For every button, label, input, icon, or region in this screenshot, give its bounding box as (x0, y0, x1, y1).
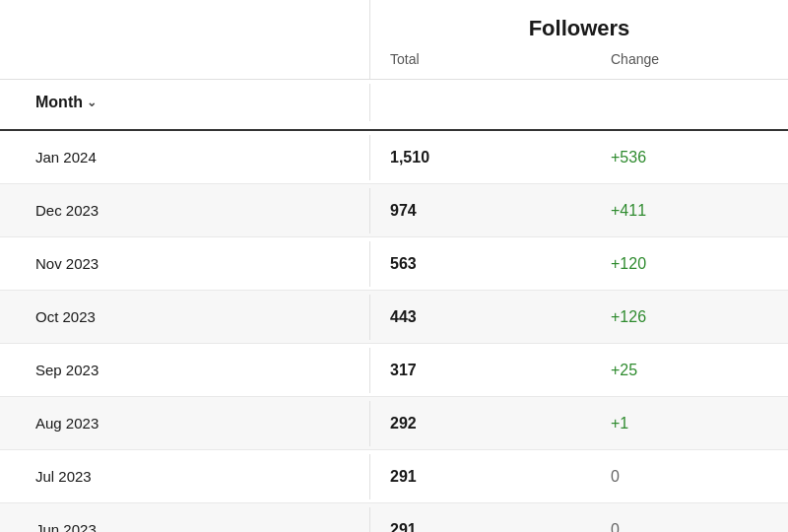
total-cell: 974 (369, 188, 591, 233)
section-header: Followers Total Change (0, 0, 788, 80)
change-cell: +120 (591, 241, 788, 287)
total-cell: 1,510 (369, 135, 591, 180)
change-cell: +126 (591, 295, 788, 340)
month-cell: Aug 2023 (0, 401, 369, 445)
column-header-row: Month ⌄ (0, 80, 788, 131)
table-row: Jul 20232910 (0, 450, 788, 503)
change-cell: +411 (591, 188, 788, 233)
total-sub-header: Total (370, 51, 591, 79)
total-cell: 563 (369, 241, 591, 287)
change-cell: +1 (591, 401, 788, 446)
change-sub-header: Change (591, 51, 788, 79)
month-cell: Jul 2023 (0, 454, 369, 499)
month-cell: Nov 2023 (0, 241, 369, 286)
total-cell: 443 (369, 295, 591, 340)
data-rows-container: Jan 20241,510+536Dec 2023974+411Nov 2023… (0, 131, 788, 532)
month-cell: Jun 2023 (0, 507, 369, 532)
followers-title: Followers (370, 16, 788, 41)
change-cell: +25 (591, 348, 788, 393)
change-column-label (591, 84, 788, 121)
followers-sub-headers: Total Change (370, 51, 788, 79)
change-cell: 0 (591, 454, 788, 499)
change-cell: +536 (591, 135, 788, 180)
followers-section-header: Followers Total Change (369, 0, 788, 79)
change-cell: 0 (591, 507, 788, 533)
month-cell: Sep 2023 (0, 348, 369, 392)
total-cell: 317 (369, 348, 591, 393)
month-label-text: Month (35, 94, 83, 111)
month-cell: Dec 2023 (0, 188, 369, 233)
followers-table: Followers Total Change Month ⌄ Jan 20241… (0, 0, 788, 532)
table-row: Jan 20241,510+536 (0, 131, 788, 184)
chevron-down-icon: ⌄ (87, 96, 97, 109)
total-cell: 291 (369, 454, 591, 499)
table-row: Aug 2023292+1 (0, 397, 788, 450)
month-column-label[interactable]: Month ⌄ (0, 84, 369, 121)
month-cell: Jan 2024 (0, 135, 369, 179)
total-column-label (369, 84, 591, 121)
table-row: Dec 2023974+411 (0, 184, 788, 237)
total-cell: 291 (369, 507, 591, 533)
table-row: Nov 2023563+120 (0, 237, 788, 291)
month-cell: Oct 2023 (0, 295, 369, 339)
total-cell: 292 (369, 401, 591, 446)
table-row: Jun 20232910 (0, 503, 788, 532)
table-row: Sep 2023317+25 (0, 344, 788, 397)
table-row: Oct 2023443+126 (0, 291, 788, 344)
month-col-header-spacer (0, 0, 369, 79)
analytics-container: Followers Total Change Month ⌄ Jan 20241… (0, 0, 788, 532)
